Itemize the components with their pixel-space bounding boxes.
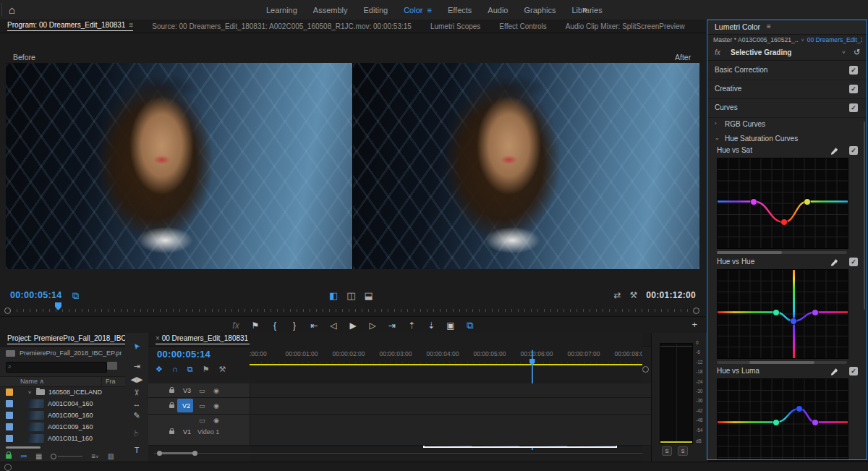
curve-scrollbar-hue[interactable] <box>717 361 847 364</box>
type-tool[interactable]: T <box>125 446 148 454</box>
selection-tool[interactable]: ➤ <box>125 341 148 351</box>
workspace-tab-effects[interactable]: Effects <box>448 6 472 14</box>
lock-icon[interactable] <box>169 404 174 408</box>
track-output-eye-icon[interactable]: ◉ <box>213 387 219 394</box>
mark-out-button[interactable]: } <box>289 321 299 331</box>
lumetri-section-curves[interactable]: Curves <box>707 98 867 118</box>
clip-row[interactable]: A001C011_160 <box>0 433 125 444</box>
monitor-settings-icon[interactable]: ⚒ <box>630 290 638 300</box>
horizontal-split-icon[interactable]: ⬓ <box>365 290 373 301</box>
sequence-tab[interactable]: × 00 Dreamers_Edit_180831 ≡ <box>156 334 258 344</box>
lumetri-section-basic-correction[interactable]: Basic Correction <box>707 61 867 80</box>
monitor-zoom-handle-left[interactable] <box>4 307 11 314</box>
monitor-tab-1[interactable]: Source: 00 Dreamers_Edit_180831: A002C00… <box>152 22 412 30</box>
project-search-input[interactable] <box>6 362 107 373</box>
list-view-icon[interactable]: ≔ <box>20 452 27 460</box>
side-by-side-icon[interactable]: ◧ <box>329 290 338 301</box>
lumetri-tab[interactable]: Lumetri Color <box>715 22 760 31</box>
play-button[interactable]: ▶ <box>348 321 358 331</box>
monitor-zoom-handle-right[interactable] <box>693 307 699 314</box>
razor-tool[interactable]: ✂ <box>125 388 148 397</box>
home-icon[interactable]: ⌂ <box>9 4 15 16</box>
section-enable-checkbox[interactable] <box>849 66 858 75</box>
curve-enable-checkbox-luma[interactable] <box>849 367 858 375</box>
v1-clip[interactable]: fxA01 <box>618 415 642 446</box>
vertical-split-icon[interactable]: ◫ <box>346 290 355 301</box>
preset-dropdown[interactable]: Selective Grading <box>731 48 791 56</box>
twirl-icon[interactable]: › <box>715 120 717 127</box>
source-patch-icon[interactable]: ▭ <box>199 417 205 424</box>
twirl-icon[interactable]: ⌄ <box>715 135 720 141</box>
track-v2-label[interactable]: V2 <box>182 402 190 410</box>
go-to-in-button[interactable]: ⇤ <box>309 321 319 331</box>
swap-sides-icon[interactable]: ⇄ <box>613 290 621 300</box>
comparison-view-button[interactable]: ⧉ <box>465 320 475 331</box>
subsection-label[interactable]: Hue Saturation Curves <box>725 135 798 143</box>
curve-control-point[interactable] <box>804 199 810 205</box>
lumetri-section-creative[interactable]: Creative <box>707 80 867 99</box>
reset-effect-icon[interactable]: ↺ <box>854 48 860 57</box>
curve-canvas-sat[interactable] <box>717 158 848 249</box>
eyedropper-sat[interactable] <box>830 147 838 155</box>
workspace-tab-color[interactable]: Color≡ <box>404 6 432 14</box>
panel-menu-icon[interactable]: ≡ <box>129 21 133 29</box>
timeline-timecode[interactable]: 00:00:05:14 <box>157 349 210 360</box>
curve-canvas-luma[interactable] <box>717 378 848 460</box>
solo-right-button[interactable]: S <box>678 446 688 456</box>
twirl-down-icon[interactable]: ˅ <box>27 389 33 396</box>
item-name[interactable]: A001C009_160 <box>48 423 93 430</box>
timeline-hscrollbar[interactable] <box>154 451 642 455</box>
label-color-chip[interactable] <box>6 389 13 396</box>
project-breadcrumb[interactable]: PremierePro_Fall_2018_IBC_EP.prproj <box>6 349 122 357</box>
item-name[interactable]: 160508_ICELAND <box>48 389 102 396</box>
curve-control-point[interactable] <box>773 310 779 315</box>
linked-selection-toggle-icon[interactable]: ⧉ <box>187 365 193 374</box>
curve-control-point[interactable] <box>781 219 787 225</box>
monitor-tab-0[interactable]: Program: 00 Dreamers_Edit_180831≡ <box>7 21 133 31</box>
section-enable-checkbox[interactable] <box>849 85 858 93</box>
section-label[interactable]: Curves <box>715 103 738 111</box>
subsection-label[interactable]: RGB Curves <box>725 120 765 128</box>
curve-control-point[interactable] <box>812 420 818 425</box>
workspace-overflow-icon[interactable]: » <box>582 4 587 14</box>
icon-view-icon[interactable]: ▦ <box>35 452 42 460</box>
clip-row[interactable]: A001C009_160 <box>0 421 125 433</box>
snap-toggle-icon[interactable]: ∩ <box>172 365 178 374</box>
fx-toggle-button[interactable]: fx <box>231 321 241 331</box>
thumbnail-zoom-slider[interactable] <box>51 454 82 459</box>
workspace-tab-assembly[interactable]: Assembly <box>313 6 348 14</box>
clip-row[interactable]: A001C006_160 <box>0 410 125 421</box>
lumetri-vscrollbar[interactable] <box>864 122 865 310</box>
track-select-forward-tool[interactable]: ⇥ <box>125 362 148 371</box>
track-v2-target[interactable] <box>177 399 193 412</box>
track-v1-name[interactable]: Video 1 <box>197 428 219 436</box>
workspace-tab-editing[interactable]: Editing <box>364 6 388 14</box>
ruler-zoom-handle[interactable] <box>642 366 649 373</box>
timeline-settings-icon[interactable]: ⚒ <box>219 365 226 374</box>
project-column-headers[interactable]: Name ∧ Fra <box>0 376 125 387</box>
clip-row[interactable]: A001C004_160 <box>0 398 125 410</box>
hand-tool[interactable]: ☞ <box>125 428 148 438</box>
step-forward-button[interactable]: ▷ <box>367 321 378 331</box>
comparison-view-icon[interactable]: ⧉ <box>72 290 79 302</box>
eyedropper-luma[interactable] <box>830 368 838 375</box>
monitor-tab-4[interactable]: Audio Clip Mixer: SplitScreenPreview <box>566 22 685 30</box>
monitor-scrub-ruler[interactable] <box>10 305 696 312</box>
curve-control-point[interactable] <box>812 310 818 315</box>
button-editor-icon[interactable]: + <box>692 319 697 330</box>
section-label[interactable]: Basic Correction <box>715 66 767 74</box>
program-timecode[interactable]: 00:00:05:14 <box>10 290 61 300</box>
item-name[interactable]: A001C006_160 <box>48 412 93 419</box>
curve-scrollbar-sat[interactable] <box>717 251 847 254</box>
track-v1-label[interactable]: V1 <box>183 428 191 436</box>
v2-clip[interactable]: fxGreen lines.mov <box>367 399 410 415</box>
nest-toggle-icon[interactable]: ❖ <box>156 365 163 374</box>
source-patch-icon[interactable]: ▭ <box>199 387 205 394</box>
project-hscrollbar[interactable] <box>6 446 41 449</box>
track-output-eye-icon[interactable]: ◉ <box>213 417 219 424</box>
lock-icon[interactable] <box>169 389 174 393</box>
curve-control-point[interactable] <box>773 420 779 425</box>
mark-in-button[interactable]: { <box>270 321 280 331</box>
sequence-clip-name[interactable]: 00 Dreamers_Edit_180831 .. <box>807 36 862 43</box>
panel-menu-icon[interactable]: ≡ <box>767 22 771 30</box>
